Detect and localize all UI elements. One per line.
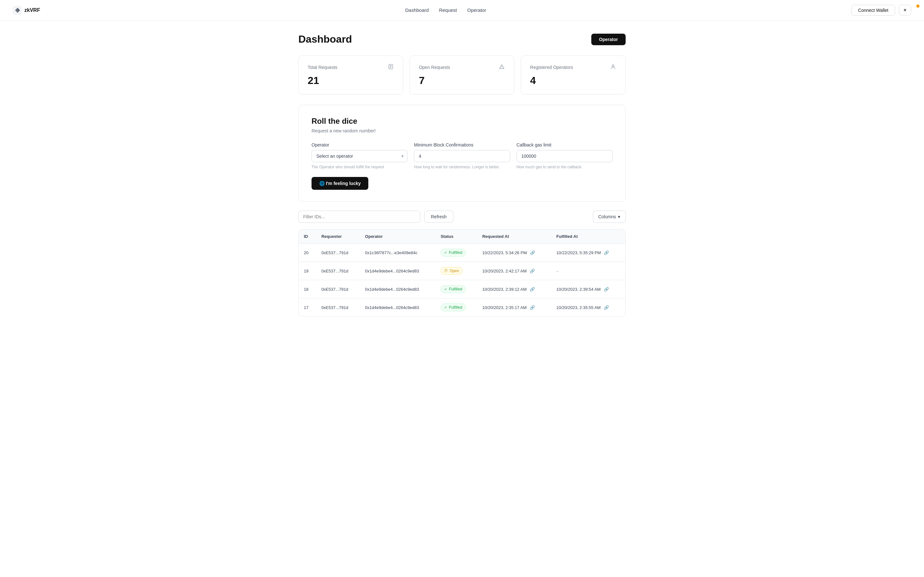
stat-value-total: 21 (308, 75, 394, 87)
nav-request[interactable]: Request (439, 7, 457, 13)
roll-title: Roll the dice (312, 117, 612, 126)
cell-requester: 0xE537...791d (317, 280, 360, 298)
requested-at-value: 10/20/2023, 2:39:12 AM (482, 287, 527, 292)
col-requested-at: Requested At (477, 229, 551, 243)
theme-icon: ☀ (903, 8, 907, 13)
cell-id: 19 (299, 262, 317, 280)
callback-gas-field-group: Callback gas limit How much gas to send … (517, 142, 612, 169)
stats-grid: Total Requests 21 Open Requests (298, 55, 626, 95)
refresh-button[interactable]: Refresh (424, 211, 453, 223)
fulfilled-at-link-icon[interactable]: 🔗 (604, 287, 609, 292)
requested-at-value: 10/20/2023, 2:42:17 AM (482, 269, 527, 274)
stat-card-header: Total Requests (308, 63, 394, 71)
status-dot (916, 5, 919, 8)
table-header-row: ID Requester Operator Status Requested A… (299, 229, 625, 243)
status-badge: ✓ Fulfilled (441, 249, 465, 256)
cell-status: ⏱ Open (435, 262, 477, 280)
requested-at-link-icon[interactable]: 🔗 (530, 305, 535, 310)
total-requests-icon (388, 63, 394, 71)
table-row: 18 0xE537...791d 0x1d4e9debe4...0264c9ed… (299, 280, 625, 298)
open-requests-icon (499, 63, 505, 71)
status-icon: ✓ (444, 250, 447, 255)
min-block-input[interactable] (414, 150, 510, 162)
cell-requested-at: 10/20/2023, 2:39:12 AM 🔗 (477, 280, 551, 298)
col-operator: Operator (360, 229, 436, 243)
requested-at-link-icon[interactable]: 🔗 (530, 287, 535, 292)
status-label: Open (449, 269, 459, 273)
fulfilled-at-value: 10/20/2023, 2:39:54 AM (556, 287, 601, 292)
connect-wallet-button[interactable]: Connect Wallet (851, 5, 895, 16)
roll-subtitle: Request a new random number! (312, 128, 612, 133)
cell-id: 18 (299, 280, 317, 298)
table: ID Requester Operator Status Requested A… (299, 229, 625, 316)
cell-requested-at: 10/20/2023, 2:35:17 AM 🔗 (477, 298, 551, 317)
cell-requester: 0xE537...791d (317, 298, 360, 317)
table-controls: Refresh Columns ▾ (298, 211, 626, 223)
navbar-actions: Connect Wallet ☀ (851, 5, 911, 16)
fulfilled-at-link-icon[interactable]: 🔗 (604, 250, 609, 255)
status-icon: ⏱ (444, 269, 448, 273)
stat-card-operators: Registered Operators 4 (521, 55, 626, 95)
fulfilled-at-link-icon[interactable]: 🔗 (604, 305, 609, 310)
cell-status: ✓ Fulfilled (435, 280, 477, 298)
columns-button[interactable]: Columns ▾ (593, 211, 626, 223)
fulfilled-at-dash: – (556, 269, 559, 274)
cell-fulfilled-at: 10/20/2023, 2:39:54 AM 🔗 (551, 280, 625, 298)
cell-requester: 0xE537...791d (317, 262, 360, 280)
status-badge: ✓ Fulfilled (441, 285, 465, 293)
stat-label-open: Open Requests (419, 65, 450, 70)
filter-ids-input[interactable] (298, 211, 420, 223)
cell-status: ✓ Fulfilled (435, 243, 477, 262)
stat-label-total: Total Requests (308, 65, 338, 70)
columns-label: Columns (598, 214, 616, 219)
operator-select[interactable]: Select an operator (312, 150, 407, 162)
brand: zkVRF (13, 6, 40, 15)
status-badge: ⏱ Open (441, 267, 462, 275)
table-row: 17 0xE537...791d 0x1d4e9debe4...0264c9ed… (299, 298, 625, 317)
callback-gas-field-desc: How much gas to send to the callback. (517, 165, 612, 169)
col-requester: Requester (317, 229, 360, 243)
stat-label-operators: Registered Operators (530, 65, 573, 70)
status-label: Fulfilled (449, 250, 462, 255)
table-body: 20 0xE537...791d 0x1c36f7877c...e3e409e8… (299, 243, 625, 317)
nav-operator[interactable]: Operator (467, 7, 486, 13)
cell-requester: 0xE537...791d (317, 243, 360, 262)
status-label: Fulfilled (449, 305, 462, 309)
cell-id: 20 (299, 243, 317, 262)
brand-icon (13, 6, 22, 15)
requested-at-value: 10/20/2023, 2:35:17 AM (482, 305, 527, 310)
cell-status: ✓ Fulfilled (435, 298, 477, 317)
col-fulfilled-at: Fulfilled At (551, 229, 625, 243)
table-header: ID Requester Operator Status Requested A… (299, 229, 625, 243)
min-block-field-desc: How long to wait for randomness. Longer … (414, 165, 510, 169)
cell-fulfilled-at: – (551, 262, 625, 280)
theme-toggle-button[interactable]: ☀ (899, 5, 911, 15)
requested-at-link-icon[interactable]: 🔗 (530, 269, 535, 274)
roll-form: Operator Select an operator ▾ The Operat… (312, 142, 612, 169)
main-content: Dashboard Operator Total Requests 21 Ope… (286, 21, 638, 330)
nav-dashboard[interactable]: Dashboard (405, 7, 429, 13)
stat-value-operators: 4 (530, 75, 616, 87)
callback-gas-input[interactable] (517, 150, 612, 162)
brand-name: zkVRF (24, 7, 40, 13)
dashboard-header: Dashboard Operator (298, 33, 626, 45)
cell-requested-at: 10/20/2023, 2:42:17 AM 🔗 (477, 262, 551, 280)
navbar: zkVRF Dashboard Request Operator Connect… (0, 0, 924, 21)
table-row: 19 0xE537...791d 0x1d4e9debe4...0264c9ed… (299, 262, 625, 280)
operator-button[interactable]: Operator (591, 34, 626, 45)
col-status: Status (435, 229, 477, 243)
svg-point-2 (612, 65, 614, 67)
cell-operator: 0x1d4e9debe4...0264c9ed83 (360, 262, 436, 280)
operator-label: Operator (312, 142, 407, 147)
min-block-field-group: Minimum Block Confirmations How long to … (414, 142, 510, 169)
requested-at-value: 10/22/2023, 5:34:26 PM (482, 250, 527, 255)
cell-operator: 0x1d4e9debe4...0264c9ed83 (360, 298, 436, 317)
callback-gas-label: Callback gas limit (517, 142, 612, 147)
requested-at-link-icon[interactable]: 🔗 (530, 250, 535, 255)
stat-value-open: 7 (419, 75, 505, 87)
feeling-lucky-button[interactable]: 🌐 I'm feeling lucky (312, 177, 368, 190)
requests-table: ID Requester Operator Status Requested A… (298, 229, 626, 317)
stat-card-total-requests: Total Requests 21 (298, 55, 403, 95)
operator-field-group: Operator Select an operator ▾ The Operat… (312, 142, 407, 169)
navbar-links: Dashboard Request Operator (405, 7, 486, 13)
